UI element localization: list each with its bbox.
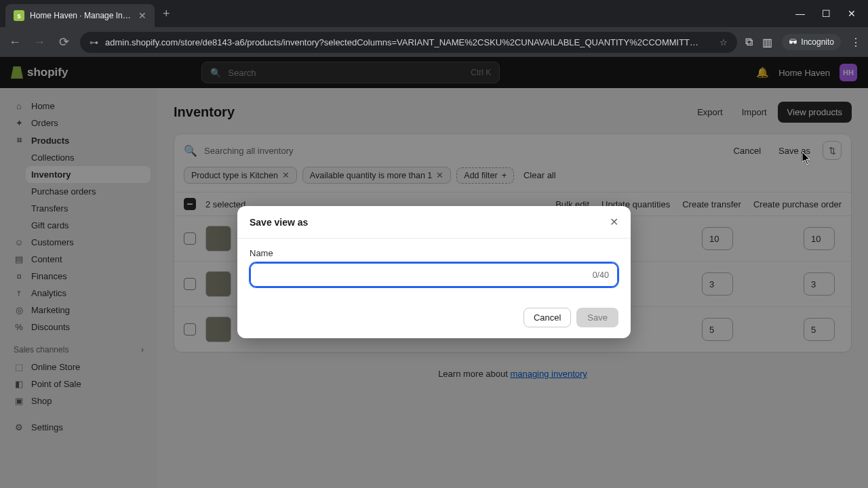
browser-tab[interactable]: s Home Haven · Manage Invento ✕ — [5, 4, 155, 27]
browser-menu-icon[interactable]: ⋮ — [850, 36, 861, 49]
char-counter: 0/40 — [593, 270, 609, 280]
tab-title: Home Haven · Manage Invento — [30, 11, 133, 20]
save-view-modal: Save view as ✕ Name 0/40 Cancel Save — [237, 206, 631, 338]
address-bar[interactable]: ⊶ admin.shopify.com/store/de8143-a6/prod… — [80, 32, 737, 53]
modal-cancel-button[interactable]: Cancel — [524, 308, 571, 327]
new-tab-button[interactable]: + — [155, 7, 178, 21]
incognito-badge: 🕶 Incognito — [782, 34, 841, 50]
modal-save-button[interactable]: Save — [576, 308, 618, 327]
window-close-icon[interactable]: ✕ — [845, 8, 859, 19]
favicon-icon: s — [14, 10, 24, 21]
tab-close-icon[interactable]: ✕ — [138, 10, 146, 21]
bookmark-star-icon[interactable]: ☆ — [719, 37, 728, 47]
name-input-wrap: 0/40 — [250, 262, 618, 287]
modal-close-icon[interactable]: ✕ — [610, 216, 618, 228]
modal-overlay[interactable]: Save view as ✕ Name 0/40 Cancel Save — [0, 57, 868, 488]
nav-reload-icon[interactable]: ⟳ — [56, 35, 72, 49]
nav-back-icon[interactable]: ← — [7, 35, 23, 49]
side-panel-icon[interactable]: ▥ — [762, 36, 772, 49]
extensions-icon[interactable]: ⧉ — [745, 36, 753, 48]
nav-forward-icon[interactable]: → — [31, 35, 47, 49]
incognito-icon: 🕶 — [789, 37, 797, 47]
view-name-input[interactable] — [251, 264, 617, 286]
window-minimize-icon[interactable]: — — [793, 8, 807, 19]
site-info-icon[interactable]: ⊶ — [90, 37, 98, 47]
url-text: admin.shopify.com/store/de8143-a6/produc… — [105, 37, 713, 47]
modal-title: Save view as — [250, 217, 308, 228]
name-field-label: Name — [250, 248, 618, 258]
window-maximize-icon[interactable]: ☐ — [819, 8, 833, 19]
